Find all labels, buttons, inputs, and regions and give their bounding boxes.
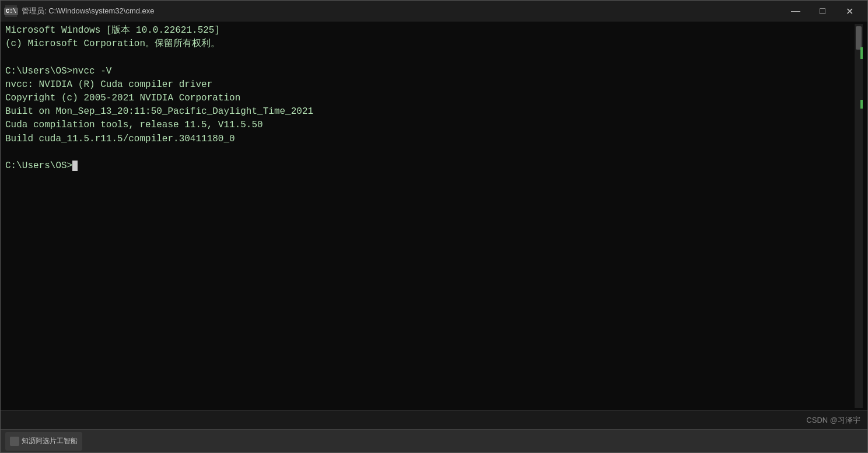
scrollbar[interactable] — [855, 24, 863, 408]
taskbar: 知沥阿选片工智船 — [1, 429, 867, 452]
terminal-line-7: Built on Mon_Sep_13_20:11:50_Pacific_Day… — [5, 106, 313, 117]
scrollbar-indicator-2 — [860, 100, 863, 109]
terminal-line-9: Build cuda_11.5.r11.5/compiler.30411180_… — [5, 134, 235, 144]
bottom-bar: CSDN @习泽宇 — [1, 410, 867, 429]
scrollbar-thumb[interactable] — [856, 26, 862, 50]
cmd-icon: C:\ — [5, 5, 17, 17]
minimize-button[interactable]: — — [782, 1, 809, 22]
taskbar-item-icon — [10, 437, 19, 446]
terminal-line-4: C:\Users\OS>nvcc -V — [5, 66, 111, 76]
window-controls: — □ ✕ — [782, 1, 863, 22]
terminal-prompt: C:\Users\OS> — [5, 161, 72, 171]
title-bar: C:\ 管理员: C:\Windows\system32\cmd.exe — □… — [1, 1, 867, 22]
terminal-line-6: Copyright (c) 2005-2021 NVIDIA Corporati… — [5, 93, 240, 103]
taskbar-item-label: 知沥阿选片工智船 — [22, 436, 78, 446]
cursor — [72, 161, 78, 171]
terminal-body[interactable]: Microsoft Windows [版本 10.0.22621.525] (c… — [1, 22, 867, 410]
watermark-text: CSDN @习泽宇 — [806, 415, 860, 426]
window-title: 管理员: C:\Windows\system32\cmd.exe — [22, 6, 782, 16]
terminal-line-8: Cuda compilation tools, release 11.5, V1… — [5, 120, 263, 130]
terminal-line-2: (c) Microsoft Corporation。保留所有权利。 — [5, 39, 220, 49]
terminal-line-5: nvcc: NVIDIA (R) Cuda compiler driver — [5, 79, 212, 90]
maximize-button[interactable]: □ — [809, 1, 836, 22]
close-button[interactable]: ✕ — [836, 1, 863, 22]
scrollbar-indicator-1 — [860, 47, 863, 59]
terminal-line-1: Microsoft Windows [版本 10.0.22621.525] — [5, 25, 220, 36]
terminal-content: Microsoft Windows [版本 10.0.22621.525] (c… — [5, 24, 855, 408]
cmd-window: C:\ 管理员: C:\Windows\system32\cmd.exe — □… — [0, 0, 868, 453]
taskbar-item[interactable]: 知沥阿选片工智船 — [5, 432, 82, 451]
